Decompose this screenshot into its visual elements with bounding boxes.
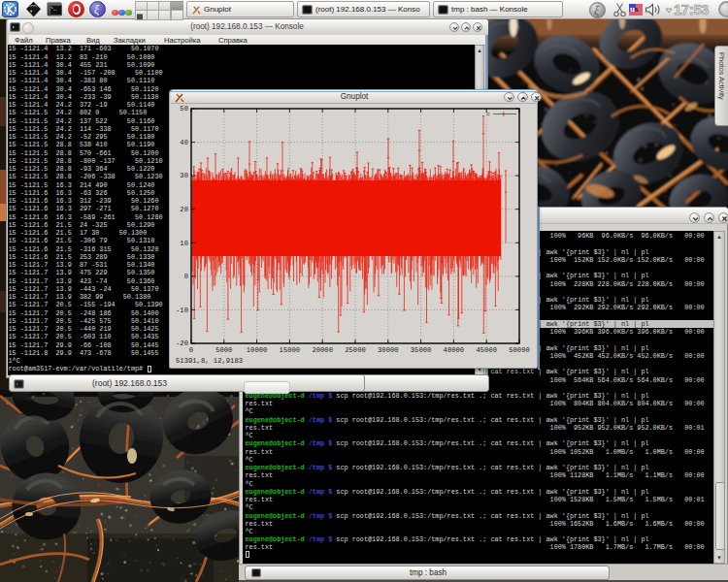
svg-text:20: 20	[180, 206, 188, 213]
svg-text:5000: 5000	[215, 346, 232, 354]
svg-text:-20: -20	[176, 340, 188, 347]
svg-text:50000: 50000	[509, 346, 530, 354]
svg-text:25000: 25000	[345, 346, 366, 354]
svg-text:40000: 40000	[444, 346, 465, 354]
svg-text:45000: 45000	[476, 346, 497, 354]
svg-text:0: 0	[189, 346, 193, 354]
svg-text:10: 10	[180, 240, 188, 247]
svg-text:10000: 10000	[247, 346, 268, 354]
svg-text:20000: 20000	[312, 346, 333, 354]
svg-text:40: 40	[180, 139, 188, 146]
svg-text:15000: 15000	[280, 346, 301, 354]
svg-text:30: 30	[180, 172, 188, 179]
svg-text:0: 0	[184, 273, 188, 280]
svg-text:-10: -10	[176, 307, 188, 314]
svg-text:51391,8, 12,9183: 51391,8, 12,9183	[176, 357, 243, 365]
svg-text:=: =	[486, 112, 490, 118]
svg-text:50: 50	[180, 105, 188, 113]
svg-text:35000: 35000	[411, 346, 432, 354]
svg-text:30000: 30000	[378, 346, 399, 354]
